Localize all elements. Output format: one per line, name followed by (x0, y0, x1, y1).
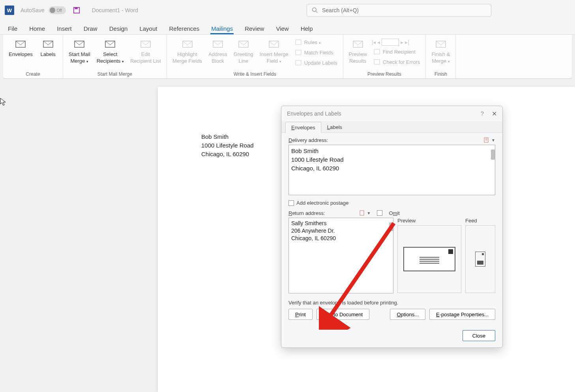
svg-line-20 (183, 41, 187, 45)
delivery-address-label: Delivery address: (288, 137, 328, 143)
tab-draw[interactable]: Draw (83, 23, 98, 34)
svg-rect-38 (374, 60, 380, 64)
epostage-button[interactable]: E-postage Properties... (429, 309, 495, 320)
start-mailmerge-button[interactable]: Start MailMerge ▾ (67, 36, 92, 65)
ribbon-item-icon (352, 38, 364, 50)
svg-line-12 (79, 41, 84, 45)
svg-line-36 (358, 41, 363, 45)
return-address-label: Return address: (288, 210, 325, 216)
options-button[interactable]: Options... (390, 309, 425, 320)
print-button[interactable]: Print (288, 309, 313, 320)
return-address-book-button[interactable]: ▼ (359, 210, 371, 216)
first-record-icon[interactable]: |◂ (372, 39, 376, 45)
group-label: Preview Results (347, 71, 422, 78)
address-book-icon (483, 137, 490, 143)
ribbon-item-icon (14, 38, 27, 50)
preview-label: Preview (397, 218, 461, 224)
prev-record-icon[interactable]: ◂ (377, 39, 380, 45)
search-input[interactable] (322, 7, 486, 13)
group-label: Create (7, 71, 59, 78)
svg-line-24 (218, 41, 223, 45)
close-button[interactable]: Close (463, 330, 495, 341)
toggle-knob-icon (50, 7, 55, 13)
tab-review[interactable]: Review (244, 23, 265, 34)
omit-checkbox[interactable] (377, 210, 382, 216)
next-record-icon[interactable]: ▸ (401, 39, 403, 45)
ribbon-item-icon (104, 38, 116, 50)
svg-rect-45 (360, 211, 364, 215)
svg-line-18 (146, 41, 150, 45)
svg-line-17 (141, 41, 146, 45)
title-bar: W AutoSave Off Document1 - Word (0, 0, 575, 21)
svg-line-15 (110, 41, 115, 45)
tab-references[interactable]: References (168, 23, 200, 34)
ribbon-group-write-insert-fields: HighlightMerge FieldsAddressBlockGreetin… (167, 35, 343, 78)
svg-rect-32 (296, 50, 301, 55)
tab-home[interactable]: Home (28, 23, 46, 34)
svg-line-41 (441, 41, 446, 45)
word-app-icon: W (5, 6, 14, 15)
ribbon-group-create: EnvelopesLabelsCreate (3, 35, 63, 78)
address-book-icon (359, 210, 365, 216)
envelopes-button[interactable]: Envelopes (7, 36, 34, 59)
address-book-button[interactable]: ▼ (483, 137, 495, 143)
ribbon-group-finish: Finish &Merge ▾Finish (426, 35, 456, 78)
dialog-close-icon[interactable]: ✕ (492, 110, 497, 118)
svg-line-9 (48, 41, 53, 45)
highlightmerge-fields-button: HighlightMerge Fields (171, 36, 204, 65)
tab-view[interactable]: View (275, 23, 289, 34)
dropdown-arrow-icon: ▼ (491, 138, 495, 142)
svg-rect-31 (296, 40, 301, 45)
labels-button[interactable]: Labels (37, 36, 59, 59)
tab-help[interactable]: Help (300, 23, 314, 34)
update-labels-button: Update Labels (293, 58, 339, 67)
greetingline-button: GreetingLine (232, 36, 255, 65)
tab-insert[interactable]: Insert (56, 23, 73, 34)
svg-line-3 (316, 11, 317, 13)
find-recipient-button: Find Recipient (372, 47, 422, 56)
save-icon[interactable] (73, 7, 80, 14)
svg-line-30 (274, 41, 279, 45)
ribbon-item-icon (268, 38, 280, 50)
electronic-postage-checkbox[interactable] (288, 200, 294, 206)
tab-design[interactable]: Design (109, 23, 129, 34)
selectrecipients-button[interactable]: SelectRecipients ▾ (95, 36, 125, 65)
svg-line-8 (43, 41, 48, 45)
match-fields-button: Match Fields (293, 48, 339, 57)
record-navigation: |◂◂▸▸| (372, 39, 422, 46)
tab-layout[interactable]: Layout (139, 23, 158, 34)
tab-file[interactable]: File (7, 23, 18, 34)
tab-envelopes[interactable]: Envelopes (285, 122, 321, 133)
svg-rect-33 (296, 60, 301, 65)
svg-line-23 (213, 41, 218, 45)
svg-line-26 (239, 41, 243, 45)
feed-pane[interactable] (465, 225, 495, 293)
tab-labels[interactable]: Labels (321, 121, 348, 133)
search-box[interactable] (307, 4, 491, 17)
add-to-document-button[interactable]: Add to Document (317, 309, 369, 320)
ribbon-item-icon (212, 38, 224, 50)
svg-line-21 (187, 41, 192, 45)
dialog-help-icon[interactable]: ? (481, 110, 484, 117)
dialog-titlebar[interactable]: Envelopes and Labels ? ✕ (281, 106, 502, 121)
delivery-address-input[interactable] (288, 145, 495, 195)
ribbon-item-icon (73, 38, 86, 50)
svg-rect-1 (75, 7, 77, 9)
return-address-input[interactable] (288, 218, 393, 293)
dialog-body: Delivery address: ▼ Add electronic posta… (281, 133, 502, 325)
scrollbar-thumb[interactable] (491, 149, 495, 160)
autosave-toggle[interactable]: Off (49, 6, 66, 14)
group-label: Start Mail Merge (67, 71, 163, 78)
svg-line-29 (269, 41, 274, 45)
svg-line-6 (21, 41, 25, 45)
dialog-title: Envelopes and Labels (287, 110, 481, 117)
svg-rect-37 (374, 49, 380, 54)
group-label: Write & Insert Fields (171, 71, 339, 78)
record-number-input[interactable] (382, 39, 399, 46)
insert-mergefield-button: Insert MergeField ▾ (258, 36, 290, 65)
last-record-icon[interactable]: ▸| (405, 39, 409, 45)
ribbon-item-icon (139, 38, 152, 50)
scrollbar-thumb[interactable] (389, 222, 393, 231)
tab-mailings[interactable]: Mailings (210, 23, 234, 34)
preview-pane[interactable] (397, 225, 461, 293)
